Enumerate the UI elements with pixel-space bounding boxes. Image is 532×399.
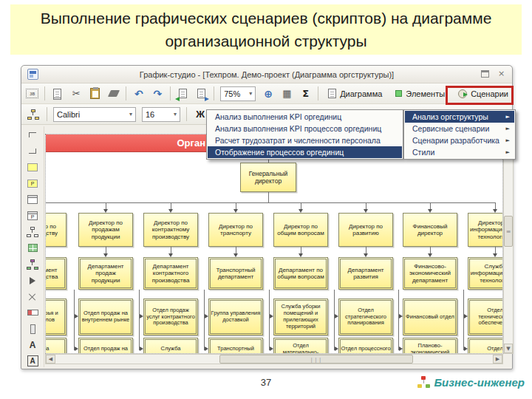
copy-icon[interactable]	[51, 86, 64, 101]
font-size-combo[interactable]: 16 ▾	[142, 107, 180, 122]
import-icon[interactable]	[177, 86, 189, 101]
yellow-shape-icon[interactable]	[26, 162, 39, 174]
bold-button[interactable]: Ж	[193, 107, 208, 122]
menu-item-service-scenarios[interactable]: Сервисные сценарии ►	[405, 123, 514, 134]
tree-view-icon[interactable]	[27, 109, 39, 120]
redo-icon[interactable]: ↷	[151, 86, 164, 101]
process-shape-icon[interactable]: P	[26, 210, 39, 222]
close-icon[interactable]: ×	[497, 69, 506, 79]
org-box-units-1[interactable]: Склад сырья и материалов	[45, 299, 66, 335]
org-box-departments-8[interactable]: Служба информационных технологий	[468, 257, 503, 290]
shapes-toolbar: P P A A	[21, 126, 44, 367]
brand-logo: Бизнес-инженер	[417, 376, 525, 389]
text-frame-icon[interactable]: A	[26, 355, 39, 367]
org-box-subunits-1[interactable]: Служба управления	[45, 338, 66, 354]
menu-item-org-analysis[interactable]: Анализ оргструктуры ►	[405, 111, 514, 123]
text-tool-icon[interactable]: A	[26, 339, 39, 351]
org-box-subunits-3[interactable]: Служба маркетинга	[143, 338, 198, 354]
scroll-down-icon[interactable]: ▼	[504, 344, 513, 353]
org-box-units-6[interactable]: Отдел стратегического планирования	[338, 299, 393, 335]
export-icon[interactable]	[195, 86, 208, 101]
horizontal-scrollbar[interactable]: ◀ | | | ▶	[45, 354, 503, 364]
vertical-scrollbar[interactable]: ▲ ≡ ▼	[503, 134, 514, 354]
arrow-down-icon	[299, 253, 303, 257]
menu-item-developer-scenarios[interactable]: Сценарии разработчика ►	[405, 134, 514, 146]
org-box-root[interactable]: Генеральный директор	[240, 163, 296, 192]
menu-item-label: Сервисные сценарии	[412, 123, 489, 134]
arrow-down-icon	[493, 209, 497, 213]
org-box-units-8[interactable]: Отдел технического обеспечения	[468, 299, 503, 335]
undo-icon[interactable]: ↶	[132, 86, 145, 101]
arrow-down-icon	[233, 253, 238, 257]
org-box-directors-6[interactable]: Директор по развитию	[338, 213, 393, 247]
diagram-button[interactable]: Диаграмма	[324, 86, 386, 100]
org-box-directors-1[interactable]: Директор по производству	[45, 213, 66, 247]
menu-item-kpi-processes[interactable]: Анализ выполнения KPI процессов оргедини…	[208, 123, 402, 134]
org-box-departments-7[interactable]: Финансово-экономический департамент	[403, 257, 457, 290]
horizontal-bar-icon[interactable]	[26, 307, 39, 318]
diagram-canvas[interactable]: Орган Генеральный директорДиректор по пр…	[45, 134, 503, 354]
connector-line	[366, 247, 366, 253]
main-toolbar: зв ✂ ↶ ↷ 75% ▾ ⊕ ▦ Σ Диаграмма	[21, 83, 512, 104]
org-box-subunits-7[interactable]: Планово-экономический отдел	[403, 338, 457, 354]
org-box-subunits-8[interactable]: Отдел информационных	[468, 338, 503, 354]
vertical-bar-icon[interactable]	[26, 323, 39, 335]
org-box-units-2[interactable]: Отдел продаж на внутреннем рынке	[78, 299, 133, 335]
org-box-subunits-6[interactable]: Отдел процессного управления и	[338, 338, 393, 354]
vertical-scroll-thumb[interactable]: ≡	[504, 216, 513, 247]
zoom-combo[interactable]: 75% ▾	[220, 86, 256, 101]
org-box-departments-2[interactable]: Департамент продаж продукции	[78, 257, 133, 290]
pointer-icon[interactable]	[26, 275, 39, 287]
auto-layout-icon[interactable]	[26, 291, 39, 303]
grid-view-icon[interactable]: ▦	[281, 86, 293, 101]
org-box-directors-2[interactable]: Директор по продажам продукции	[78, 213, 133, 247]
restore-icon[interactable]	[481, 70, 489, 78]
org-box-directors-5[interactable]: Директор по общим вопросам	[273, 213, 328, 247]
cut-icon[interactable]: ✂	[69, 86, 82, 101]
org-box-subunits-5[interactable]: Отдел материально-технического	[273, 338, 328, 354]
format-brush-icon[interactable]	[107, 86, 120, 101]
yellow-process-shape-icon[interactable]: P	[26, 178, 39, 190]
org-box-departments-3[interactable]: Департамент контрактного производства	[143, 257, 198, 290]
org-box-departments-4[interactable]: Транспортный департамент	[208, 257, 263, 290]
org-box-directors-3[interactable]: Директор по контрактному производству	[143, 213, 198, 247]
paste-icon[interactable]	[89, 86, 101, 101]
menu-item-show-processes[interactable]: Отображение процессов оргединиц	[208, 146, 402, 158]
org-box-units-3[interactable]: Отдел продаж услуг контрактного производ…	[143, 299, 198, 335]
menu-item-kpi-orgunits[interactable]: Анализ выполнения KPI оргединиц	[208, 111, 402, 123]
connector-spine-line	[269, 290, 270, 350]
matrix-shape-icon[interactable]	[26, 242, 39, 254]
org-box-departments-6[interactable]: Департамент развития	[338, 257, 393, 290]
org-box-units-7[interactable]: Финансовый отдел	[403, 299, 457, 335]
org-box-directors-7[interactable]: Финансовый директор	[403, 213, 457, 247]
arrow-right-icon	[399, 347, 403, 351]
org-box-units-5[interactable]: Служба уборки помещений и прилегающих те…	[273, 299, 328, 335]
org-box-units-4[interactable]: Группа управления доставкой	[208, 299, 263, 335]
menu-item-labor-costs[interactable]: Расчет трудозатрат и численности персона…	[208, 134, 402, 146]
arrow-down-icon	[103, 209, 108, 213]
connector-line	[430, 202, 431, 209]
org-box-departments-5[interactable]: Департамент по общим вопросам	[273, 257, 328, 290]
window-shape-icon[interactable]	[26, 194, 39, 205]
arrow-down-icon	[428, 209, 432, 213]
org-box-directors-8[interactable]: Директор по информационным технологиям	[468, 213, 503, 247]
connector-elbow-icon[interactable]	[26, 129, 39, 141]
horizontal-scroll-thumb[interactable]: | | |	[219, 355, 413, 364]
org-box-departments-1[interactable]: Департамент производства	[45, 257, 66, 290]
connector-endpoint-icon[interactable]	[26, 146, 39, 157]
zoom-in-icon[interactable]: ⊕	[262, 86, 274, 101]
org-box-directors-4[interactable]: Директор по транспорту	[208, 213, 263, 247]
orgchart-shape-icon[interactable]	[26, 226, 39, 238]
font-family-combo[interactable]: Calibri ▾	[53, 107, 136, 122]
org-box-subunits-2[interactable]: Отдел продаж на внешнем рынке	[78, 338, 133, 354]
menu-item-styles[interactable]: Стили ►	[405, 146, 514, 158]
arrow-right-icon	[464, 314, 468, 318]
select-mode-icon[interactable]: зв	[26, 89, 38, 98]
orgtree-green-icon[interactable]	[26, 259, 39, 270]
elements-button[interactable]: Элементы	[392, 87, 449, 100]
arrow-right-icon	[335, 347, 338, 351]
org-box-subunits-4[interactable]: Транспортный отдел	[208, 338, 263, 354]
sum-icon[interactable]: Σ	[299, 86, 312, 101]
scroll-left-icon[interactable]: ◀	[46, 355, 55, 364]
scroll-right-icon[interactable]: ▶	[493, 355, 502, 364]
